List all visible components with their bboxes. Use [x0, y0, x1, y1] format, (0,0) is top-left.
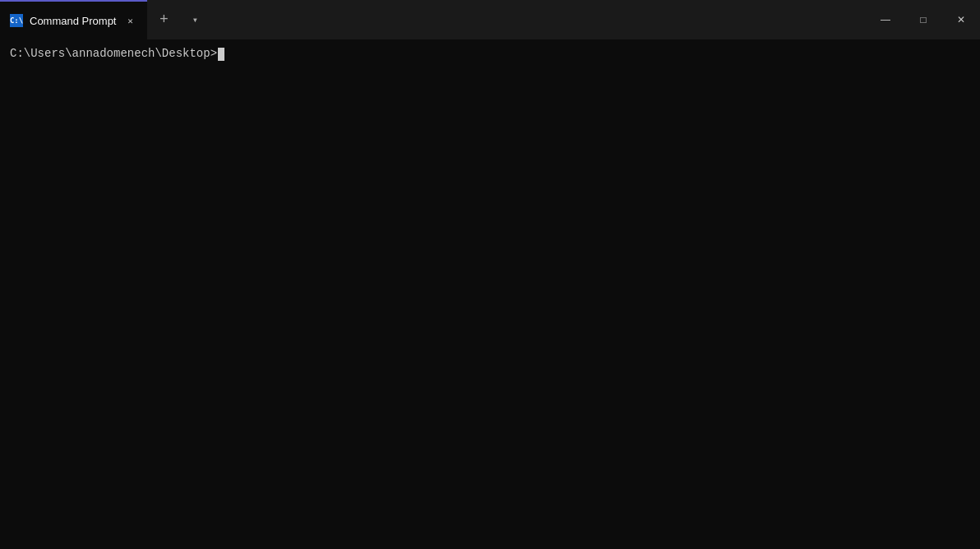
minimize-button[interactable]: —	[867, 0, 904, 39]
minimize-icon: —	[881, 14, 890, 25]
dropdown-icon: ▾	[192, 14, 198, 26]
prompt-text: C:\Users\annadomenech\Desktop>	[10, 46, 217, 62]
terminal-body[interactable]: C:\Users\annadomenech\Desktop>	[0, 39, 980, 549]
cursor	[218, 48, 224, 61]
maximize-button[interactable]: □	[904, 0, 942, 39]
new-tab-button[interactable]: +	[147, 0, 180, 39]
terminal-window: C:\ Command Prompt ✕ + ▾ — □ ✕	[0, 0, 980, 549]
active-tab[interactable]: C:\ Command Prompt ✕	[0, 0, 147, 39]
dropdown-button[interactable]: ▾	[180, 0, 210, 39]
maximize-icon: □	[920, 14, 926, 25]
cmd-icon: C:\	[10, 14, 23, 27]
window-controls: — □ ✕	[867, 0, 980, 39]
close-icon: ✕	[957, 14, 965, 25]
tab-area: C:\ Command Prompt ✕ + ▾	[0, 0, 867, 39]
tab-close-button[interactable]: ✕	[122, 13, 137, 28]
prompt-line: C:\Users\annadomenech\Desktop>	[10, 46, 970, 62]
close-button[interactable]: ✕	[942, 0, 980, 39]
new-tab-icon: +	[159, 12, 169, 28]
tab-label: Command Prompt	[30, 15, 116, 27]
titlebar: C:\ Command Prompt ✕ + ▾ — □ ✕	[0, 0, 980, 39]
